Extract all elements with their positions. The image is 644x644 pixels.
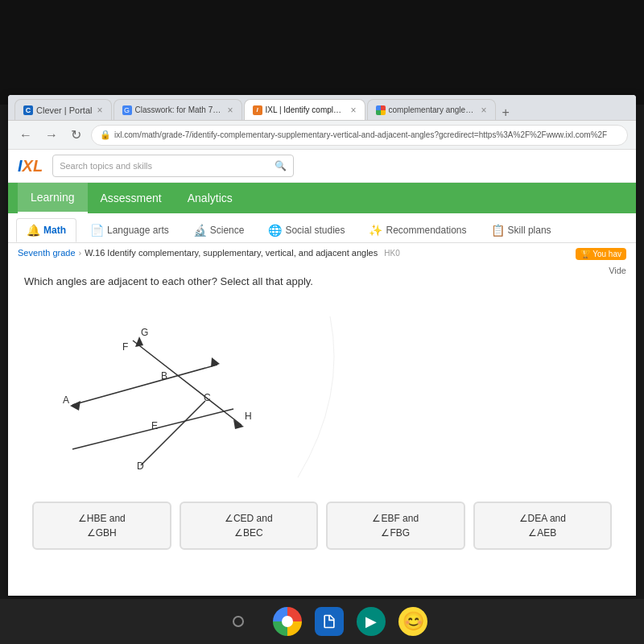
address-bar: ← → ↻ 🔒 ixl.com/math/grade-7/identify-co…	[8, 121, 636, 150]
browser-window: C Clever | Portal × G Classwork: for Mat…	[8, 95, 636, 596]
answer-choice-c[interactable]: ∠EBF and ∠FBG	[326, 502, 465, 550]
choice-a-line1: ∠HBE and	[78, 511, 126, 526]
tab-complementary-close[interactable]: ×	[481, 105, 487, 116]
label-a: A	[63, 394, 69, 406]
nav-learning[interactable]: Learning	[18, 183, 88, 213]
page-content: IXL Search topics and skills 🔍 Learning …	[8, 150, 636, 563]
science-icon: 🔬	[193, 224, 207, 237]
answer-choice-a[interactable]: ∠HBE and ∠GBH	[32, 502, 171, 550]
choice-d-line2: ∠AEB	[519, 526, 566, 540]
new-tab-button[interactable]: +	[502, 105, 510, 120]
svg-line-3	[141, 401, 205, 465]
breadcrumb-hint: HK0	[384, 249, 399, 258]
laptop-bezel	[0, 0, 644, 105]
nav-learning-label: Learning	[31, 191, 75, 204]
play-icon[interactable]: ▶	[357, 607, 386, 636]
skill-plans-icon: 📋	[491, 224, 505, 237]
tab-skill-plans[interactable]: 📋 Skill plans	[481, 218, 562, 242]
choice-b-line2: ∠BEC	[225, 526, 273, 540]
choice-c-line1: ∠EBF and	[372, 511, 419, 526]
choice-c-text: ∠EBF and ∠FBG	[372, 511, 419, 540]
files-icon[interactable]	[315, 607, 344, 636]
tab-clever-label: Clever | Portal	[36, 105, 93, 115]
breadcrumb-row: Seventh grade › W.16 Identify complement…	[8, 243, 636, 262]
tab-clever[interactable]: C Clever | Portal ×	[14, 99, 112, 120]
tab-ixl-label: IXL | Identify complementary, s	[266, 105, 346, 114]
choice-a-text: ∠HBE and ∠GBH	[78, 511, 126, 540]
tab-science[interactable]: 🔬 Science	[183, 218, 255, 242]
label-b: B	[161, 370, 167, 382]
main-nav: Learning Assessment Analytics	[8, 183, 636, 213]
diagram-container: G F A B H E D C	[56, 300, 620, 485]
breadcrumb-separator: ›	[79, 248, 82, 258]
tab-skill-plans-label: Skill plans	[508, 225, 551, 236]
breadcrumb: Seventh grade › W.16 Identify complement…	[8, 243, 636, 262]
nav-analytics-label: Analytics	[188, 192, 233, 204]
answer-choice-d[interactable]: ∠DEA and ∠AEB	[473, 502, 613, 550]
back-button[interactable]: ←	[16, 126, 35, 144]
tab-language[interactable]: 📄 Language arts	[80, 218, 180, 242]
social-icon: 🌐	[268, 224, 282, 237]
label-d: D	[137, 460, 144, 472]
tab-complementary[interactable]: complementary angles - Googl ×	[367, 99, 496, 120]
tab-clever-close[interactable]: ×	[97, 105, 103, 116]
answer-choices: ∠HBE and ∠GBH ∠CED and ∠BEC ∠EBF and ∠FB…	[24, 502, 620, 550]
score-badge: 🏆 You hav	[576, 248, 626, 260]
choice-b-text: ∠CED and ∠BEC	[225, 511, 273, 540]
video-label[interactable]: Vide	[609, 266, 626, 275]
svg-line-1	[133, 341, 242, 425]
ixl-header: IXL Search topics and skills 🔍	[8, 150, 636, 183]
choice-d-line1: ∠DEA and	[519, 511, 566, 526]
answer-choice-b[interactable]: ∠CED and ∠BEC	[180, 502, 319, 550]
tab-math-label: Math	[43, 225, 66, 236]
tab-math[interactable]: 🔔 Math	[16, 218, 76, 242]
tab-social[interactable]: 🌐 Social studies	[258, 218, 355, 242]
reload-button[interactable]: ↻	[68, 126, 85, 144]
label-h: H	[245, 411, 252, 422]
tab-classwork[interactable]: G Classwork: for Math 7 Sem. 1, E ×	[114, 99, 242, 120]
clever-favicon: C	[23, 105, 33, 115]
language-icon: 📄	[90, 224, 104, 237]
subject-tabs: 🔔 Math 📄 Language arts 🔬 Science 🌐 Socia…	[8, 213, 636, 243]
label-e: E	[151, 420, 158, 431]
score-badge-text: You hav	[592, 250, 621, 258]
tab-social-label: Social studies	[285, 225, 345, 236]
nav-assessment-label: Assessment	[101, 192, 162, 204]
svg-marker-6	[70, 401, 80, 411]
breadcrumb-grade[interactable]: Seventh grade	[18, 248, 76, 258]
question-area: Which angles are adjacent to each other?…	[8, 262, 636, 563]
tab-classwork-close[interactable]: ×	[228, 105, 233, 116]
nav-analytics[interactable]: Analytics	[175, 183, 246, 213]
tab-ixl[interactable]: I IXL | Identify complementary, s ×	[244, 99, 365, 120]
search-bar[interactable]: Search topics and skills 🔍	[52, 155, 294, 177]
choice-d-text: ∠DEA and ∠AEB	[519, 511, 566, 540]
trophy-icon: 🏆	[580, 250, 590, 258]
math-icon: 🔔	[27, 224, 40, 237]
tab-science-label: Science	[210, 225, 245, 236]
choice-b-line1: ∠CED and	[225, 511, 273, 526]
search-placeholder: Search topics and skills	[60, 161, 152, 171]
geometry-diagram: G F A B H E D C	[56, 300, 282, 485]
tab-language-label: Language arts	[107, 225, 169, 236]
tab-bar: C Clever | Portal × G Classwork: for Mat…	[8, 95, 636, 121]
taskbar: ▶ 😊	[0, 599, 644, 644]
svg-line-0	[72, 365, 217, 405]
choice-a-line2: ∠GBH	[78, 526, 126, 540]
decorative-curve	[282, 300, 378, 485]
url-text: ixl.com/math/grade-7/identify-complement…	[114, 130, 607, 139]
home-button[interactable]	[233, 616, 244, 627]
ixl-logo-xl: XL	[23, 157, 43, 175]
lock-icon: 🔒	[100, 130, 111, 140]
question-text: Which angles are adjacent to each other?…	[24, 275, 620, 287]
tab-recommendations-label: Recommendations	[386, 225, 466, 236]
google-favicon	[376, 105, 386, 115]
url-input[interactable]: 🔒 ixl.com/math/grade-7/identify-compleme…	[91, 125, 628, 146]
tab-recommendations[interactable]: ✨ Recommendations	[358, 218, 477, 242]
chrome-icon[interactable]	[273, 607, 302, 636]
smiley-icon[interactable]: 😊	[398, 607, 427, 636]
svg-marker-5	[233, 419, 244, 429]
forward-button[interactable]: →	[42, 126, 61, 144]
label-f: F	[122, 341, 128, 353]
nav-assessment[interactable]: Assessment	[88, 183, 175, 213]
tab-ixl-close[interactable]: ×	[351, 105, 357, 116]
